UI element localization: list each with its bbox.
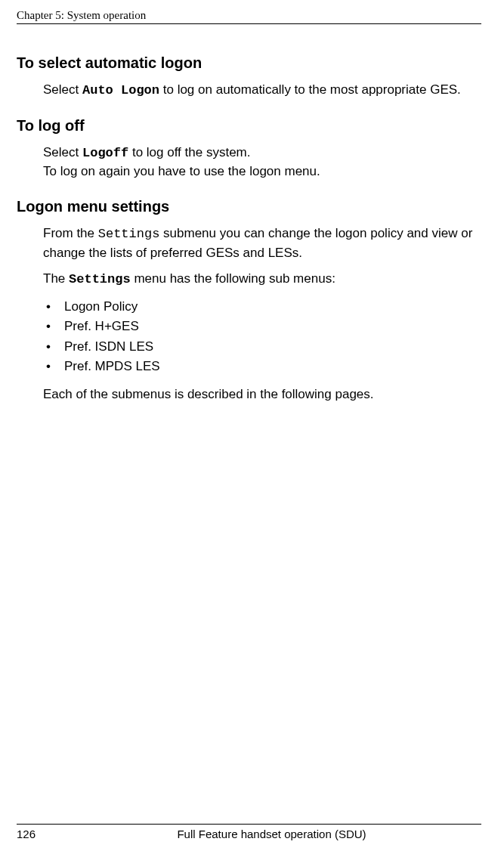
settings-submenu-list: Logon Policy Pref. H+GES Pref. ISDN LES … [43,297,481,376]
para-log-off: Select Logoff to log off the system. To … [43,144,481,181]
running-header: Chapter 5: System operation [17,9,481,24]
text-run: The [43,271,69,286]
list-item: Pref. MPDS LES [43,357,481,376]
list-item: Pref. H+GES [43,317,481,336]
list-item: Logon Policy [43,297,481,317]
heading-automatic-logon: To select automatic logon [17,54,481,72]
text-run: menu has the following sub menus: [131,271,335,286]
list-item: Pref. ISDN LES [43,337,481,357]
text-run: Select [43,145,82,159]
text-run: to log off the system. [128,145,250,159]
footer-title: Full Feature handset operation (SDU) [62,828,481,840]
text-run: From the [43,226,98,240]
heading-logon-menu-settings: Logon menu settings [17,198,481,215]
para-settings-2: The Settings menu has the following sub … [43,270,481,289]
code-logoff: Logoff [82,146,128,160]
text-run: To log on again you have to use the logo… [43,164,320,178]
para-settings-1: From the Settings submenu you can change… [43,224,481,262]
text-run: Select [43,82,82,97]
page-footer: 126 Full Feature handset operation (SDU) [17,824,481,840]
code-settings-bold: Settings [69,272,131,286]
para-automatic-logon: Select Auto Logon to log on automaticall… [43,81,481,101]
heading-log-off: To log off [17,117,481,135]
text-run: to log on automatically to the most appr… [159,82,461,97]
code-auto-logon: Auto Logon [82,83,159,97]
code-settings: Settings [98,227,160,241]
page-number: 126 [17,828,62,840]
para-settings-3: Each of the submenus is described in the… [43,385,481,404]
